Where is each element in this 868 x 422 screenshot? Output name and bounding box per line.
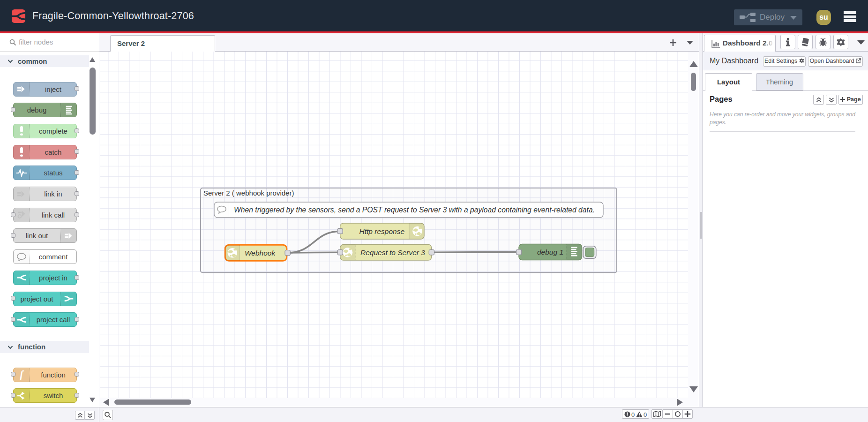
svg-text:debug 1: debug 1 bbox=[537, 248, 563, 256]
svg-text:Http response: Http response bbox=[359, 227, 405, 235]
svg-text:Server 2 ( webhook provider): Server 2 ( webhook provider) bbox=[203, 189, 294, 197]
svg-text:When triggered by the sensors,: When triggered by the sensors, send a PO… bbox=[234, 206, 595, 214]
svg-text:Request to Server 3: Request to Server 3 bbox=[360, 249, 425, 256]
svg-text:Webhook: Webhook bbox=[245, 249, 276, 257]
svg-text:f: f bbox=[20, 369, 24, 380]
